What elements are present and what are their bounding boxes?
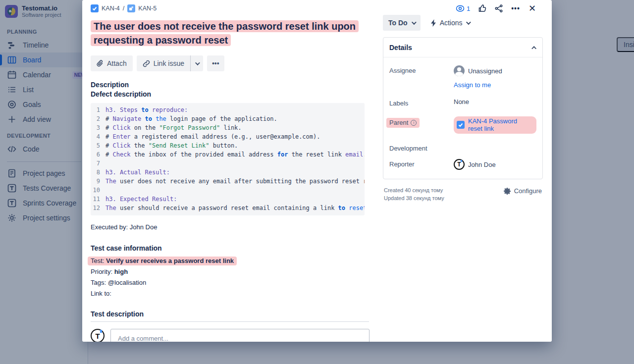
line-number: 6 — [91, 150, 106, 159]
current-user-avatar: T — [91, 329, 105, 342]
test-name-value: Verify user receives a password reset li… — [106, 257, 234, 264]
breadcrumb-current-link[interactable]: KAN-5 — [138, 5, 157, 12]
info-icon: i — [411, 120, 417, 126]
comment-box[interactable]: Add a comment... Looks good!Need help?Th… — [110, 329, 370, 342]
attach-button[interactable]: Attach — [91, 55, 133, 71]
line-number: 2 — [91, 114, 106, 123]
chevron-down-icon — [195, 60, 200, 65]
actions-label: Actions — [440, 19, 463, 27]
line-number: 11 — [91, 195, 106, 204]
assignee-field: Assignee Unassigned Assign to me — [389, 65, 536, 89]
assign-to-me-link[interactable]: Assign to me — [454, 81, 502, 89]
issue-more-button[interactable]: ••• — [511, 4, 520, 12]
attach-label: Attach — [107, 59, 127, 67]
reporter-avatar: T — [454, 159, 465, 170]
breadcrumb-parent-link[interactable]: KAN-4 — [102, 5, 120, 12]
share-button[interactable] — [495, 4, 503, 12]
like-button[interactable] — [478, 4, 486, 12]
watch-button[interactable]: 1 — [456, 5, 470, 12]
code-line: 4# Enter a registered email address (e.g… — [91, 132, 365, 141]
watch-count: 1 — [467, 5, 470, 12]
reporter-label: Reporter — [389, 159, 454, 168]
parent-field: Parenti KAN-4 Password reset link — [389, 116, 536, 134]
labels-value[interactable]: None — [454, 98, 469, 105]
comment-input[interactable]: Add a comment... — [118, 335, 363, 342]
link-issue-dropdown-button[interactable] — [191, 55, 203, 71]
close-icon[interactable]: ✕ — [528, 4, 536, 13]
task-type-icon — [457, 121, 465, 129]
assignee-value[interactable]: Unassigned — [454, 65, 502, 76]
link-issue-button[interactable]: Link issue — [137, 55, 191, 71]
status-label: To Do — [388, 19, 408, 27]
configure-button[interactable]: Configure — [504, 186, 542, 195]
breadcrumb-separator: / — [123, 5, 124, 12]
details-panel: Details Assignee Unassigned Assign to me — [383, 37, 543, 179]
defect-code-block[interactable]: 1h3. Steps to reproduce:2# Navigate to t… — [91, 103, 365, 215]
test-description-heading: Test description — [91, 310, 369, 322]
priority-value: high — [114, 268, 128, 275]
labels-label: Labels — [389, 98, 454, 107]
line-number: 3 — [91, 123, 106, 132]
toolbar-more-button[interactable]: ••• — [207, 55, 224, 71]
task-type-icon — [91, 4, 99, 12]
executed-by: Executed by: John Doe — [91, 223, 552, 231]
line-number: 4 — [91, 132, 106, 141]
test-name-line: Test: Verify user receives a password re… — [91, 257, 552, 265]
code-line: 11h3. Expected Result: — [91, 195, 365, 204]
parent-label: Parenti — [389, 116, 454, 128]
status-dropdown[interactable]: To Do — [383, 15, 421, 31]
line-number: 7 — [91, 159, 106, 168]
code-line: 12The user should receive a password res… — [91, 204, 365, 212]
line-number: 12 — [91, 204, 106, 212]
code-line: 3# Click on the "Forgot Password" link. — [91, 123, 365, 132]
reporter-field: Reporter T John Doe — [389, 159, 536, 170]
paperclip-icon — [97, 60, 104, 67]
lightning-icon — [430, 19, 436, 27]
code-line: 5# Click the "Send Reset Link" button. — [91, 141, 365, 150]
code-line: 8h3. Actual Result: — [91, 168, 365, 177]
created-timestamp: Created 40 секунд тому — [384, 186, 444, 194]
line-number: 9 — [91, 177, 106, 186]
line-number: 1 — [91, 105, 106, 114]
code-line: 2# Navigate to the login page of the app… — [91, 114, 365, 123]
chevron-up-icon — [531, 46, 536, 51]
issue-modal: KAN-4 / KAN-5 1 ••• ✕ The user does not … — [82, 0, 552, 342]
chevron-down-icon — [412, 20, 417, 25]
code-line: 6# Check the inbox of the provided email… — [91, 150, 365, 159]
updated-timestamp: Updated 38 секунд тому — [384, 194, 444, 202]
test-case-heading: Test case information — [91, 244, 552, 252]
chevron-down-icon — [466, 20, 471, 25]
thumbs-up-icon — [478, 4, 486, 12]
watch-eye-icon — [456, 5, 465, 12]
reporter-value[interactable]: T John Doe — [454, 159, 496, 170]
line-number: 5 — [91, 141, 106, 150]
code-line: 7 — [91, 159, 365, 168]
parent-issue-link[interactable]: KAN-4 Password reset link — [468, 117, 532, 132]
tags-line: Tags: @localisation — [91, 278, 552, 287]
code-line: 1h3. Steps to reproduce: — [91, 105, 365, 114]
details-heading: Details — [389, 44, 412, 52]
development-field: Development — [389, 143, 536, 152]
configure-label: Configure — [514, 187, 542, 195]
development-label: Development — [389, 143, 454, 152]
link-icon — [143, 60, 150, 67]
line-number: 10 — [91, 186, 106, 195]
breadcrumb: KAN-4 / KAN-5 — [91, 4, 157, 12]
issue-title[interactable]: The user does not receive the password r… — [91, 19, 380, 47]
details-panel-header[interactable]: Details — [383, 38, 542, 57]
line-number: 8 — [91, 168, 106, 177]
parent-value[interactable]: KAN-4 Password reset link — [454, 116, 536, 134]
code-line: 9The user does not receive any email aft… — [91, 177, 365, 186]
priority-line: Priority: high — [91, 267, 552, 276]
link-to-line: Link to: — [91, 289, 552, 298]
gear-icon — [504, 188, 511, 195]
link-issue-label: Link issue — [154, 59, 184, 67]
actions-dropdown[interactable]: Actions — [427, 15, 473, 31]
labels-field: Labels None — [389, 98, 536, 107]
code-line: 10 — [91, 186, 365, 195]
assignee-label: Assignee — [389, 65, 454, 74]
subtask-type-icon — [127, 4, 135, 12]
share-icon — [495, 4, 503, 12]
unassigned-avatar-icon — [454, 65, 465, 76]
